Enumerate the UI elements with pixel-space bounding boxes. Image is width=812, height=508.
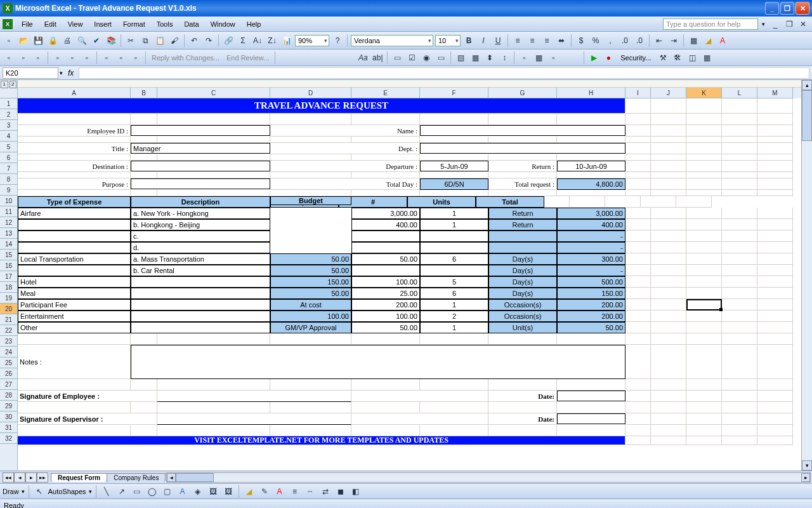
cell-num[interactable]: 6 bbox=[420, 253, 488, 265]
doc-close-button[interactable]: ✕ bbox=[797, 18, 809, 30]
row-header-21[interactable]: 21 bbox=[0, 314, 17, 325]
cell[interactable] bbox=[420, 333, 488, 345]
cell[interactable] bbox=[757, 154, 793, 161]
cell[interactable] bbox=[686, 265, 722, 276]
dec-indent-icon[interactable]: ⇤ bbox=[653, 34, 665, 47]
oval-icon[interactable]: ◯ bbox=[146, 485, 159, 498]
cell[interactable] bbox=[625, 114, 651, 125]
row-header-16[interactable]: 16 bbox=[0, 260, 17, 271]
cell[interactable] bbox=[722, 333, 757, 345]
outline-2-button[interactable]: 2 bbox=[10, 81, 17, 88]
cell[interactable] bbox=[131, 190, 157, 196]
cell[interactable] bbox=[651, 98, 686, 114]
sheet-tab-request-form[interactable]: Request Form bbox=[51, 473, 107, 482]
cell[interactable] bbox=[18, 425, 131, 436]
cell[interactable] bbox=[757, 402, 793, 413]
cell-request[interactable]: 25.00 bbox=[351, 288, 420, 299]
cell-request[interactable]: 3,000.00 bbox=[351, 208, 420, 219]
cell[interactable] bbox=[722, 98, 757, 114]
forms-icon[interactable]: Aa bbox=[357, 51, 369, 64]
outline-1-button[interactable]: 1 bbox=[1, 81, 8, 88]
cell[interactable] bbox=[488, 154, 557, 161]
font-color-icon[interactable]: A bbox=[716, 34, 729, 47]
cell-request[interactable]: 200.00 bbox=[351, 299, 420, 311]
cell-desc[interactable] bbox=[131, 288, 270, 299]
cell-num[interactable]: 2 bbox=[420, 311, 488, 322]
cell[interactable] bbox=[157, 379, 270, 391]
cell-desc[interactable]: c. bbox=[131, 231, 270, 242]
cell[interactable] bbox=[757, 161, 793, 172]
cell[interactable] bbox=[488, 402, 557, 413]
underline-button[interactable]: U bbox=[492, 34, 504, 47]
cell[interactable] bbox=[757, 208, 793, 219]
row-header-25[interactable]: 25 bbox=[0, 358, 17, 368]
cell[interactable] bbox=[651, 208, 686, 219]
fontsize-combo[interactable]: 10 bbox=[435, 35, 461, 46]
row-header-19[interactable]: 19 bbox=[0, 293, 17, 304]
cell[interactable] bbox=[625, 143, 651, 154]
cell[interactable] bbox=[131, 333, 157, 345]
cell[interactable] bbox=[757, 345, 793, 379]
cell[interactable] bbox=[651, 288, 686, 299]
bold-button[interactable]: B bbox=[462, 34, 475, 47]
formula-bar[interactable] bbox=[79, 67, 809, 79]
select-icon[interactable]: ↖ bbox=[33, 485, 46, 498]
cell[interactable] bbox=[722, 137, 757, 143]
cell[interactable] bbox=[420, 114, 488, 125]
row-header-18[interactable]: 18 bbox=[0, 282, 17, 293]
cell[interactable] bbox=[625, 413, 651, 425]
cell[interactable] bbox=[157, 172, 270, 178]
cell[interactable] bbox=[625, 253, 651, 265]
cell[interactable] bbox=[722, 143, 757, 154]
cell[interactable] bbox=[651, 178, 686, 190]
cell[interactable] bbox=[757, 311, 793, 322]
cell[interactable] bbox=[420, 172, 488, 178]
tb-icon[interactable]: ▫ bbox=[17, 51, 30, 64]
col-header-A[interactable]: A bbox=[18, 88, 131, 98]
menu-insert[interactable]: Insert bbox=[89, 19, 117, 29]
cell[interactable] bbox=[625, 345, 651, 379]
cell-type[interactable]: Entertainment bbox=[18, 311, 131, 322]
menu-tools[interactable]: Tools bbox=[152, 19, 178, 29]
cell[interactable] bbox=[686, 125, 722, 137]
col-header-J[interactable]: J bbox=[651, 88, 686, 98]
cell[interactable] bbox=[651, 143, 686, 154]
cell[interactable] bbox=[722, 299, 757, 311]
cell[interactable] bbox=[131, 402, 157, 413]
cell[interactable] bbox=[270, 137, 351, 143]
cell[interactable] bbox=[651, 436, 686, 445]
cell[interactable] bbox=[686, 413, 722, 425]
cell-type[interactable] bbox=[18, 231, 131, 242]
doc-restore-button[interactable]: ❐ bbox=[783, 18, 796, 30]
dashstyle-icon[interactable]: ┄ bbox=[304, 485, 317, 498]
cell[interactable] bbox=[488, 190, 557, 196]
cell[interactable] bbox=[722, 288, 757, 299]
cell[interactable] bbox=[557, 154, 625, 161]
cell[interactable] bbox=[722, 413, 757, 425]
cell[interactable] bbox=[757, 178, 793, 190]
cell[interactable] bbox=[18, 379, 131, 391]
textbox-icon[interactable]: ▢ bbox=[161, 485, 174, 498]
cell[interactable] bbox=[757, 219, 793, 231]
cell[interactable] bbox=[641, 196, 676, 208]
cell[interactable] bbox=[686, 288, 722, 299]
cell[interactable] bbox=[722, 276, 757, 288]
row-header-22[interactable]: 22 bbox=[0, 325, 17, 336]
cell-request[interactable]: 50.00 bbox=[351, 253, 420, 265]
cell[interactable] bbox=[651, 125, 686, 137]
cell[interactable] bbox=[625, 161, 651, 172]
cell[interactable] bbox=[157, 425, 270, 436]
cell[interactable] bbox=[686, 219, 722, 231]
cell[interactable] bbox=[270, 333, 351, 345]
cell[interactable] bbox=[686, 208, 722, 219]
cell-budget[interactable]: 150.00 bbox=[270, 276, 351, 288]
cell[interactable] bbox=[722, 345, 757, 379]
dest-input[interactable] bbox=[131, 161, 270, 171]
date1-input[interactable] bbox=[557, 391, 625, 401]
col-header-K[interactable]: K bbox=[686, 88, 722, 98]
currency-icon[interactable]: $ bbox=[575, 34, 587, 47]
cell[interactable] bbox=[722, 242, 757, 253]
tab-first-icon[interactable]: ◂◂ bbox=[3, 472, 14, 483]
cell[interactable] bbox=[686, 242, 722, 253]
hscroll-thumb[interactable] bbox=[176, 473, 214, 482]
